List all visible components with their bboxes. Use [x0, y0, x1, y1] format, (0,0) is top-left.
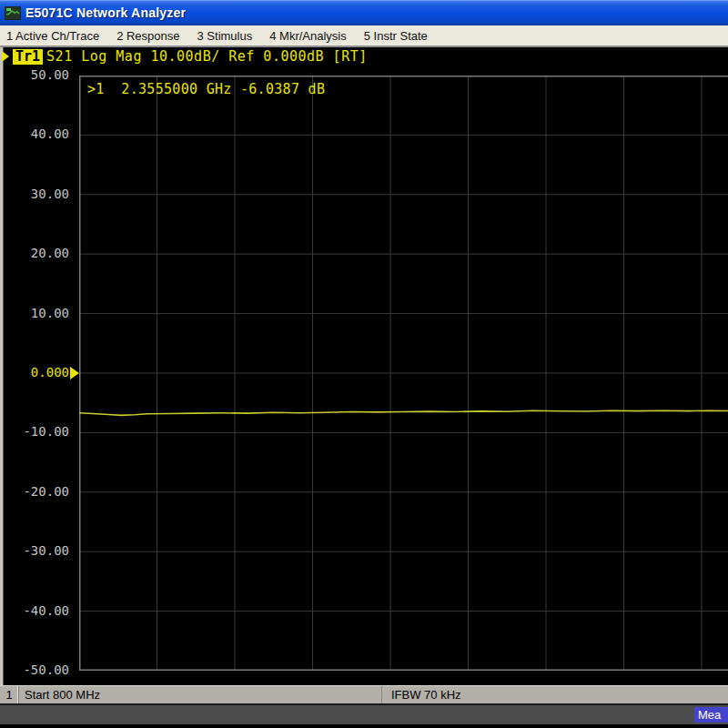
- y-axis-label: 40.00: [31, 126, 69, 141]
- trace1-descriptor: S21 Log Mag 10.00dB/ Ref 0.000dB [RT]: [46, 48, 368, 65]
- status-bar: 1 Start 800 MHz IFBW 70 kHz: [0, 685, 728, 703]
- app-window: E5071C Network Analyzer 1 Active Ch/Trac…: [0, 0, 728, 728]
- y-axis-label: -40.00: [23, 603, 69, 618]
- graticule-plot-area[interactable]: [79, 76, 728, 671]
- bottom-edge: [0, 724, 728, 728]
- trace-status-bar[interactable]: Tr1 S21 Log Mag 10.00dB/ Ref 0.000dB [RT…: [2, 48, 368, 65]
- y-axis-labels: 50.0040.0030.0020.0010.000.000-10.00-20.…: [0, 76, 71, 671]
- channel-number-cell: 1: [0, 686, 19, 703]
- menu-active-ch-trace[interactable]: 1 Active Ch/Trace: [6, 29, 99, 43]
- menu-response[interactable]: 2 Response: [116, 29, 179, 43]
- start-frequency-label: Start 800 MHz: [25, 688, 100, 702]
- softkey-band: Mea: [0, 705, 728, 724]
- menu-mkr-analysis[interactable]: 4 Mkr/Analysis: [269, 29, 347, 43]
- y-axis-label: -20.00: [23, 484, 69, 499]
- y-axis-label: 30.00: [31, 187, 69, 201]
- menu-stimulus[interactable]: 3 Stimulus: [197, 29, 253, 43]
- window-title: E5071C Network Analyzer: [25, 5, 186, 20]
- y-axis-label: -30.00: [23, 543, 69, 558]
- s21-trace-chart: [79, 76, 728, 671]
- reference-level-arrow-icon: [70, 367, 79, 379]
- y-axis-label: 10.00: [31, 306, 69, 320]
- trace1-badge[interactable]: Tr1: [13, 49, 43, 65]
- y-axis-label: -50.00: [23, 662, 69, 677]
- sweep-start-panel: Start 800 MHz: [19, 686, 381, 703]
- menu-instr-state[interactable]: 5 Instr State: [364, 29, 428, 43]
- ifbw-panel: IFBW 70 kHz: [382, 686, 728, 703]
- softkey-menu-title[interactable]: Mea: [694, 707, 728, 723]
- y-axis-label: -10.00: [23, 424, 69, 439]
- title-bar[interactable]: E5071C Network Analyzer: [0, 0, 728, 25]
- marker1-readout: >1 2.3555000 GHz -6.0387 dB: [87, 81, 325, 97]
- app-icon: [5, 6, 21, 20]
- y-axis-label: 20.00: [31, 246, 69, 260]
- instrument-screen: Tr1 S21 Log Mag 10.00dB/ Ref 0.000dB [RT…: [0, 47, 728, 685]
- ifbw-label: IFBW 70 kHz: [391, 688, 461, 702]
- active-trace-arrow-icon: [2, 51, 9, 62]
- y-axis-label: 0.000: [31, 365, 69, 379]
- menu-bar: 1 Active Ch/Trace 2 Response 3 Stimulus …: [0, 25, 728, 47]
- y-axis-label: 50.00: [31, 67, 69, 82]
